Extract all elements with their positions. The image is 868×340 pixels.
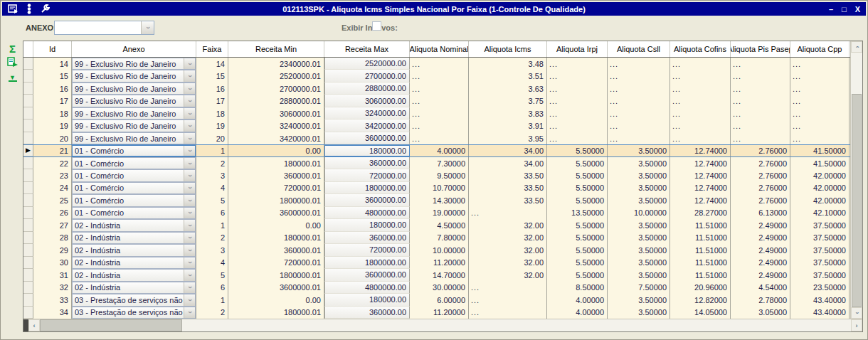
cell-faixa[interactable]: 2 xyxy=(196,307,228,319)
cell-anexo[interactable]: 99 - Exclusivo Rio de Janeiro› xyxy=(72,95,196,107)
cell-receita_max[interactable]: 1800000.00 xyxy=(324,182,410,194)
cell-row-indicator[interactable] xyxy=(23,182,33,194)
cell-aliquota_nominal[interactable]: 4.50000 xyxy=(410,219,469,231)
cell-aliquota_csll[interactable]: ... xyxy=(608,107,670,119)
cell-aliquota_cpp[interactable]: 37.50000 xyxy=(790,232,850,244)
cell-anexo[interactable]: 01 - Comércio› xyxy=(72,145,196,156)
cell-aliquota_icms[interactable]: 3.51 xyxy=(469,70,547,82)
cell-aliquota_cpp[interactable]: 37.50000 xyxy=(790,257,850,269)
cell-receita_min[interactable]: 3240000.01 xyxy=(228,119,324,132)
anexo-cell-dropdown-button[interactable]: › xyxy=(184,208,195,218)
cell-receita_max[interactable]: 180000.00 xyxy=(324,145,410,156)
cell-row-indicator[interactable] xyxy=(23,207,33,219)
grid-row[interactable]: 1799 - Exclusivo Rio de Janeiro›17288000… xyxy=(23,95,850,107)
column-header-aliquota_irpj[interactable]: Aliquota Irpj xyxy=(547,41,608,57)
cell-anexo[interactable]: 02 - Indústria› xyxy=(72,282,196,294)
cell-id[interactable]: 14 xyxy=(33,58,72,70)
cell-receita_max[interactable]: 3240000.00 xyxy=(324,107,410,119)
cell-aliquota_icms[interactable]: 3.63 xyxy=(469,83,547,95)
cell-anexo[interactable]: 01 - Comércio› xyxy=(72,182,196,194)
cell-aliquota_pis_pasep[interactable]: ... xyxy=(731,95,790,107)
cell-receita_min[interactable]: 1800000.01 xyxy=(228,194,324,206)
cell-faixa[interactable]: 3 xyxy=(196,169,228,181)
grid-row[interactable]: 2401 - Comércio›4720000.011800000.0010.7… xyxy=(23,182,850,194)
cell-aliquota_irpj[interactable]: ... xyxy=(547,58,608,70)
anexo-cell-dropdown-button[interactable]: › xyxy=(184,233,195,243)
cell-receita_min[interactable]: 0.00 xyxy=(228,294,324,306)
cell-aliquota_cofins[interactable]: 11.51000 xyxy=(670,219,731,231)
cell-aliquota_pis_pasep[interactable]: ... xyxy=(731,132,790,144)
cell-aliquota_nominal[interactable]: ... xyxy=(410,119,469,132)
cell-aliquota_cpp[interactable]: ... xyxy=(790,83,850,95)
cell-row-indicator[interactable] xyxy=(23,294,33,306)
cell-aliquota_irpj[interactable]: 4.00000 xyxy=(547,307,608,319)
cell-row-indicator[interactable] xyxy=(23,95,33,107)
anexo-cell-dropdown-button[interactable]: › xyxy=(184,307,195,318)
cell-anexo[interactable]: 02 - Indústria› xyxy=(72,244,196,256)
cell-id[interactable]: 29 xyxy=(33,244,72,256)
cell-aliquota_cofins[interactable]: 12.74000 xyxy=(670,169,731,181)
cell-row-indicator[interactable]: ▶ xyxy=(23,145,33,156)
cell-faixa[interactable]: 3 xyxy=(196,244,228,256)
anexo-cell-dropdown-button[interactable]: › xyxy=(184,257,195,268)
cell-aliquota_cofins[interactable]: ... xyxy=(670,107,731,119)
cell-aliquota_irpj[interactable]: 5.50000 xyxy=(547,145,608,156)
anexo-cell-combobox[interactable]: 02 - Indústria› xyxy=(72,282,196,294)
anexo-cell-combobox[interactable]: 99 - Exclusivo Rio de Janeiro› xyxy=(72,132,196,144)
cell-row-indicator[interactable] xyxy=(23,157,33,169)
cell-receita_min[interactable]: 2880000.01 xyxy=(228,95,324,107)
grid-row[interactable]: 1699 - Exclusivo Rio de Janeiro›16270000… xyxy=(23,83,850,95)
cell-faixa[interactable]: 2 xyxy=(196,157,228,169)
cell-aliquota_cofins[interactable]: 28.27000 xyxy=(670,207,731,219)
vertical-scrollbar[interactable]: › › xyxy=(850,41,862,319)
cell-aliquota_icms[interactable]: 32.00 xyxy=(469,232,547,244)
cell-aliquota_nominal[interactable]: ... xyxy=(410,132,469,144)
column-header-aliquota_csll[interactable]: Aliquota Csll xyxy=(608,41,670,57)
cell-receita_max[interactable]: 2700000.00 xyxy=(324,70,410,82)
cell-row-indicator[interactable] xyxy=(23,232,33,244)
cell-receita_max[interactable]: 360000.00 xyxy=(324,307,410,319)
grid-row[interactable]: 3303 - Prestação de serviços não›10.0018… xyxy=(23,294,850,306)
cell-receita_min[interactable]: 3600000.01 xyxy=(228,207,324,219)
cell-aliquota_nominal[interactable]: 4.00000 xyxy=(410,145,469,156)
cell-id[interactable]: 20 xyxy=(33,132,72,144)
cell-id[interactable]: 30 xyxy=(33,257,72,269)
cell-row-indicator[interactable] xyxy=(23,194,33,206)
cell-aliquota_irpj[interactable]: 8.50000 xyxy=(547,282,608,294)
cell-receita_min[interactable]: 720000.01 xyxy=(228,182,324,194)
cell-aliquota_cofins[interactable]: 12.74000 xyxy=(670,145,731,156)
cell-receita_min[interactable]: 360000.01 xyxy=(228,169,324,181)
anexo-cell-combobox[interactable]: 01 - Comércio› xyxy=(72,194,196,206)
anexo-cell-combobox[interactable]: 02 - Indústria› xyxy=(72,269,196,281)
cell-aliquota_irpj[interactable]: 4.00000 xyxy=(547,294,608,306)
anexo-cell-combobox[interactable]: 01 - Comércio› xyxy=(72,169,196,181)
cell-aliquota_irpj[interactable]: 5.50000 xyxy=(547,269,608,281)
cell-aliquota_cpp[interactable]: 43.40000 xyxy=(790,307,850,319)
close-button[interactable]: X xyxy=(855,5,860,14)
cell-aliquota_irpj[interactable]: ... xyxy=(547,132,608,144)
anexo-cell-combobox[interactable]: 99 - Exclusivo Rio de Janeiro› xyxy=(72,83,196,95)
cell-row-indicator[interactable] xyxy=(23,58,33,70)
anexo-cell-dropdown-button[interactable]: › xyxy=(184,120,195,131)
grid-row[interactable]: 1599 - Exclusivo Rio de Janeiro›15252000… xyxy=(23,70,850,82)
anexo-cell-combobox[interactable]: 99 - Exclusivo Rio de Janeiro› xyxy=(72,58,196,70)
cell-aliquota_csll[interactable]: 3.50000 xyxy=(608,157,670,169)
grid-row[interactable]: 2601 - Comércio›63600000.014800000.0019.… xyxy=(23,207,850,219)
vertical-scrollbar-thumb[interactable] xyxy=(852,94,862,307)
anexo-cell-dropdown-button[interactable]: › xyxy=(184,195,195,206)
cell-aliquota_csll[interactable]: 3.50000 xyxy=(608,145,670,156)
anexo-cell-dropdown-button[interactable]: › xyxy=(184,245,195,255)
cell-aliquota_pis_pasep[interactable]: 2.76000 xyxy=(731,157,790,169)
column-header-aliquota_pis_pasep[interactable]: Aliquota Pis Pasep xyxy=(731,41,790,57)
cell-aliquota_cpp[interactable]: 37.50000 xyxy=(790,269,850,281)
cell-aliquota_nominal[interactable]: ... xyxy=(410,70,469,82)
cell-receita_min[interactable]: 3060000.01 xyxy=(228,107,324,119)
cell-receita_max[interactable]: 360000.00 xyxy=(324,232,410,244)
cell-aliquota_nominal[interactable]: ... xyxy=(410,83,469,95)
cell-id[interactable]: 25 xyxy=(33,194,72,206)
cell-receita_min[interactable]: 3600000.01 xyxy=(228,282,324,294)
anexo-cell-dropdown-button[interactable]: › xyxy=(184,220,195,230)
cell-aliquota_csll[interactable]: 3.50000 xyxy=(608,307,670,319)
grid-row[interactable]: 2702 - Indústria›10.00180000.004.5000032… xyxy=(23,219,850,231)
cell-faixa[interactable]: 5 xyxy=(196,194,228,206)
